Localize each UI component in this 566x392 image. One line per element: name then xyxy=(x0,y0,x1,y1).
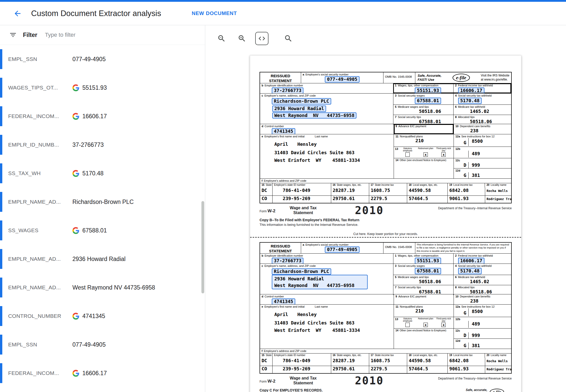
w2-box-12b: 12b 489 xyxy=(454,317,511,328)
entity-label: EMPLR_NAME_AD... xyxy=(8,284,72,291)
form-w2-label: Form W-2 xyxy=(260,379,275,384)
boxes-11-13-14-stack: 11Nonqualified plans 210 13 Statutory em… xyxy=(394,305,454,349)
zoom-out-icon xyxy=(217,34,226,43)
entity-accent-bar xyxy=(0,335,2,355)
control-number-highlight[interactable]: 4741345 xyxy=(272,128,295,134)
entity-row[interactable]: EMPL_SSN 077-49-4905 xyxy=(0,45,205,73)
ss-wages-highlight[interactable]: 67588.01 xyxy=(415,268,441,274)
wages-highlight[interactable]: 55151.93 xyxy=(415,258,441,264)
ss-wages-highlight[interactable]: 67588.01 xyxy=(415,98,441,104)
third-party-checkbox: x xyxy=(441,152,446,157)
google-logo-icon xyxy=(72,227,79,234)
employer-city-highlight[interactable]: West Raymond NV 44735-6958 xyxy=(272,282,356,289)
w2-band-c-3-8: cEmployer's name, address, and ZIP code … xyxy=(260,93,511,124)
w2-box-6-medicare-tax: 6Medicare tax withheld 1465.02 xyxy=(453,105,511,115)
w2-box-1-wages: 1Wages, tips, other compensation 55151.9… xyxy=(393,83,453,93)
w2-band-b-1-2: bEmployer identification number 37-27667… xyxy=(260,83,511,93)
ss-tax-highlight[interactable]: 5170.48 xyxy=(458,268,482,274)
scrollbar-thumb[interactable] xyxy=(201,201,204,293)
employee-name: AprilHensley xyxy=(274,312,392,317)
document-viewer[interactable]: REISSUED STATEMENT aEmployee's social se… xyxy=(205,52,566,392)
ssn-highlight[interactable]: 077-49-4905 xyxy=(325,246,359,253)
ssn-highlight[interactable]: 077-49-4905 xyxy=(325,76,359,83)
entity-value-wrap: 16606.17 xyxy=(72,113,107,120)
google-logo-icon xyxy=(72,113,79,120)
entity-row[interactable]: SS_TAX_WH 5170.48 xyxy=(0,159,205,188)
employer-street-highlight[interactable]: 2936 Howard Radial xyxy=(272,276,326,282)
retirement-plan-group: Retirement plan x xyxy=(417,147,435,157)
entity-label: EMPL_SSN xyxy=(8,342,72,348)
w2-box-1-wages: 1Wages, tips, other compensation 55151.9… xyxy=(393,254,453,264)
w2-box-14-other: 14Other (see enclosed Notice to Employee… xyxy=(394,158,454,178)
federal-tax-highlight[interactable]: 16606.17 xyxy=(458,87,484,93)
w2-box-d-control: dControl number 4741345 xyxy=(260,124,394,134)
copy-designation: Copy C For EMPLOYEE'S RECORDS. (See encl… xyxy=(260,388,323,392)
entity-row[interactable]: EMPLR_NAME_AD... West Raymond NV 44735-6… xyxy=(0,273,205,302)
entity-row[interactable]: FEDERAL_INCOM... 16606.17 xyxy=(0,102,205,130)
filter-input[interactable] xyxy=(45,32,196,38)
entity-accent-bar xyxy=(0,220,2,240)
entity-value-wrap: 2936 Howard Radial xyxy=(72,256,125,263)
state-row-2: CO 239-95-269 29750.61 2279.5 57464.5 90… xyxy=(260,366,511,373)
entity-accent-bar xyxy=(0,135,2,155)
entity-value: 077-49-4905 xyxy=(72,56,106,63)
boxes-12-stack: 12aSee instructions for box 12 G8500 12b… xyxy=(454,134,511,178)
employee-city: West Erinfort WY 45881-3334 xyxy=(274,328,392,333)
w2-box-7-ss-tips: 7Social security tips 67588.01 xyxy=(393,115,453,125)
code-view-button[interactable] xyxy=(255,32,268,45)
entity-row[interactable]: EMPLR_NAME_AD... 2936 Howard Radial xyxy=(0,245,205,273)
employer-city-highlight[interactable]: West Raymond NV 44735-6958 xyxy=(272,112,356,119)
document-page: REISSUED STATEMENT aEmployee's social se… xyxy=(250,55,521,392)
w2-box-12c: 12c D999 xyxy=(454,158,511,168)
zoom-out-button[interactable] xyxy=(214,31,229,46)
state-row-1: DC 786-41-049 28287.19 1608.75 44590.58 … xyxy=(260,358,511,366)
entity-row[interactable]: WAGES_TIPS_OT... 55151.93 xyxy=(0,73,205,102)
search-button[interactable] xyxy=(281,31,295,46)
third-party-sick-pay-group: Third-party sick pay x xyxy=(435,147,453,157)
employer-street-highlight[interactable]: 2936 Howard Radial xyxy=(272,106,326,112)
entity-row[interactable]: EMPL_SSN 077-49-4905 xyxy=(0,330,205,359)
employee-name: AprilHensley xyxy=(274,142,392,147)
third-party-checkbox: x xyxy=(441,323,446,327)
w2-box-d-control: dControl number 4741345 xyxy=(260,294,394,304)
employer-name-highlight[interactable]: Richardson-Brown PLC xyxy=(272,98,331,104)
entity-row[interactable]: EMPLR_ID_NUMB... 37-2766773 xyxy=(0,130,205,159)
w2-box-2-federal-tax: 2Federal income tax withheld 16606.17 xyxy=(453,83,511,93)
employee-city: West Erinfort WY 45881-3334 xyxy=(274,158,392,163)
employer-name-highlight[interactable]: Richardson-Brown PLC xyxy=(272,268,331,275)
w2-box-3-ss-wages: 3Social security wages 67588.01 xyxy=(393,264,453,275)
entity-row[interactable]: FEDERAL_INCOM... 16606.17 xyxy=(0,359,205,387)
w2-box-12b: 12b 489 xyxy=(454,147,511,158)
entity-row[interactable]: CONTROL_NUMBER 4741345 xyxy=(0,302,205,330)
w2-box-b-ein: bEmployer identification number 37-27667… xyxy=(260,254,393,264)
ein-highlight[interactable]: 37-2766773 xyxy=(272,87,303,93)
federal-tax-highlight[interactable]: 16606.17 xyxy=(458,258,484,264)
wages-highlight[interactable]: 55151.93 xyxy=(415,87,441,93)
entity-value: 37-2766773 xyxy=(72,141,104,148)
zoom-in-button[interactable] xyxy=(235,31,249,46)
w2-band-employee-11-12: eEmployee's first name and initialLast n… xyxy=(260,134,511,178)
tax-year: 2010 xyxy=(355,205,384,216)
w2-box-c-employer: cEmployer's name, address, and ZIP code … xyxy=(260,94,393,124)
entity-value-wrap: 077-49-4905 xyxy=(72,341,106,348)
w2-box-14-other: 14Other (see enclosed Notice to Employee… xyxy=(394,328,454,349)
ss-tax-highlight[interactable]: 5170.48 xyxy=(458,98,482,104)
treasury-dept-label: Department of the Treasury--Internal Rev… xyxy=(438,377,512,380)
cut-here-separator: Cut here. Keep lower portion for your re… xyxy=(250,232,521,238)
boxes-12-stack: 12aSee instructions for box 12 G8500 12b… xyxy=(454,305,511,349)
ein-highlight[interactable]: 37-2766773 xyxy=(272,258,303,264)
control-number-highlight[interactable]: 4741345 xyxy=(272,298,295,304)
w2-box-f-address-label: fEmployee's address and ZIP code xyxy=(260,349,511,353)
back-button[interactable] xyxy=(11,7,24,20)
w2-box-8-allocated-tips: 8Allocated tips 50518.06 xyxy=(453,285,511,295)
entity-accent-bar xyxy=(0,306,2,326)
document-viewer-panel: REISSUED STATEMENT aEmployee's social se… xyxy=(205,25,566,392)
entity-value: 16606.17 xyxy=(82,113,107,120)
entity-value-wrap: 55151.93 xyxy=(72,84,107,91)
google-logo-icon xyxy=(72,84,79,91)
entity-value: 2936 Howard Radial xyxy=(72,256,125,263)
entity-row[interactable]: EMPLR_NAME_AD... Richardson-Brown PLC xyxy=(0,188,205,216)
entity-row[interactable]: SS_WAGES 67588.01 xyxy=(0,216,205,245)
new-document-button[interactable]: NEW DOCUMENT xyxy=(192,10,237,16)
w2-state-table: 15State Employer's state ID number 16Sta… xyxy=(260,353,511,373)
